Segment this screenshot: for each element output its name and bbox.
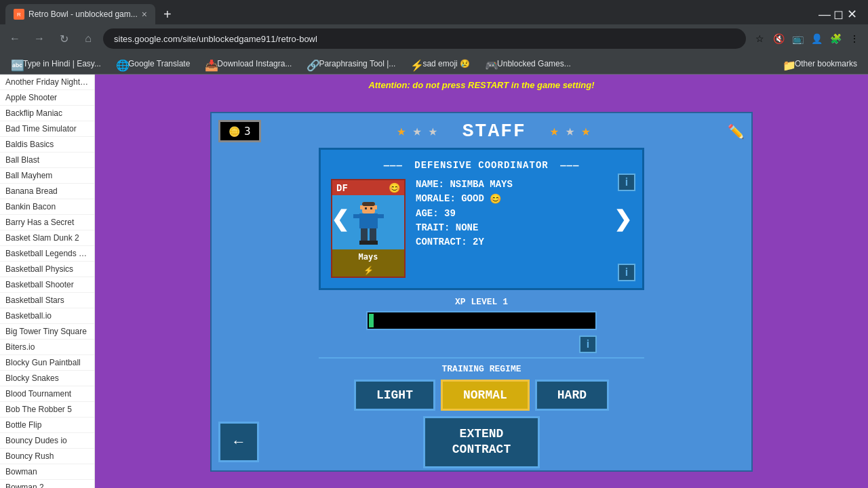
player-star-card: ⚡	[332, 264, 404, 277]
sidebar-item[interactable]: Bad Time Simulator	[0, 121, 94, 137]
game-area: Attention: do not press RESTART in the g…	[95, 75, 868, 488]
xp-bar-container	[366, 311, 597, 330]
cast-icon[interactable]: 📺	[789, 30, 806, 47]
minimize-button[interactable]: —	[819, 9, 830, 20]
new-tab-button[interactable]: +	[158, 5, 177, 24]
bookmark-paraphrase[interactable]: 🔗 Paraphrasing Tool |...	[301, 58, 401, 70]
menu-icon[interactable]: ⋮	[846, 30, 863, 47]
section-title: ——— DEFENSIVE COORDINATOR ———	[331, 160, 632, 171]
forward-nav-button[interactable]: →	[30, 29, 49, 48]
sidebar-item[interactable]: Barry Has a Secret	[0, 215, 94, 230]
svg-rect-3	[374, 205, 377, 209]
sidebar-item[interactable]: Bankin Bacon	[0, 199, 94, 215]
training-normal-button[interactable]: NORMAL	[441, 380, 530, 411]
edit-icon[interactable]: ✏️	[728, 123, 745, 140]
bookmark-unblocked-icon: 🎮	[485, 59, 494, 68]
active-tab[interactable]: R Retro Bowl - unblocked gam... ×	[5, 4, 155, 24]
svg-rect-5	[370, 207, 372, 209]
staff-card: ——— DEFENSIVE COORDINATOR ——— i DF 😊	[319, 148, 644, 290]
sidebar-item[interactable]: Backflip Maniac	[0, 106, 94, 121]
sidebar-item[interactable]: Basketball Stars	[0, 293, 94, 308]
mute-icon[interactable]: 🔇	[770, 30, 787, 47]
bookmark-sad-emoji[interactable]: ⚡ sad emoji 😢	[405, 58, 475, 70]
staff-title-text: STAFF	[462, 121, 526, 142]
bookmarks-bar: 🔤 Type in Hindi | Easy... 🌐 Google Trans…	[0, 53, 868, 75]
svg-rect-1	[362, 202, 375, 206]
window-controls: — ◻ ✕	[819, 9, 863, 20]
svg-rect-4	[365, 207, 367, 209]
training-light-button[interactable]: LIGHT	[354, 380, 435, 411]
sidebar-item[interactable]: Bottle Flip	[0, 418, 94, 433]
bookmark-instagram[interactable]: 📥 Download Instagra...	[199, 58, 297, 70]
star-4-icon: ★	[550, 122, 560, 140]
star-5-icon: ★	[566, 122, 576, 140]
sidebar-item[interactable]: Blood Tournament	[0, 386, 94, 402]
back-button[interactable]: ←	[218, 422, 259, 462]
address-input[interactable]	[103, 28, 746, 49]
svg-rect-12	[368, 241, 378, 245]
star-1-icon: ★	[397, 122, 407, 140]
sidebar-item[interactable]: Apple Shooter	[0, 90, 94, 106]
training-hard-button[interactable]: HARD	[535, 380, 609, 411]
sidebar-item[interactable]: Blocky Snakes	[0, 371, 94, 386]
prev-staff-button[interactable]: ❮	[331, 206, 349, 232]
xp-bar-fill	[369, 314, 374, 327]
extend-contract-button[interactable]: EXTEND CONTRACT	[423, 416, 540, 468]
section-divider-left: ———	[384, 160, 403, 171]
morale-icon: 😊	[490, 194, 501, 205]
svg-rect-11	[359, 241, 369, 245]
bookmark-other[interactable]: 📁 Other bookmarks	[777, 58, 863, 70]
attention-text: Attention: do not press RESTART in the g…	[368, 80, 594, 90]
back-nav-button[interactable]: ←	[5, 29, 24, 48]
sidebar-item[interactable]: Bob The Robber 5	[0, 402, 94, 418]
sidebar-item[interactable]: Basketball Legends 2020	[0, 246, 94, 262]
bookmark-translate-label: Google Translate	[128, 59, 190, 68]
profile-icon[interactable]: 👤	[808, 30, 825, 47]
bookmark-icon[interactable]: ☆	[751, 30, 768, 47]
close-button[interactable]: ✕	[846, 9, 857, 20]
bookmark-translate[interactable]: 🌐 Google Translate	[111, 58, 195, 70]
sidebar-item[interactable]: Blocky Gun Paintball	[0, 355, 94, 371]
training-title: TRAINING REGIME	[319, 364, 644, 374]
extend-line1: EXTEND	[460, 427, 504, 441]
svg-rect-2	[360, 205, 363, 209]
maximize-button[interactable]: ◻	[833, 9, 844, 20]
player-contract-line: CONTRACT: 2Y	[416, 237, 632, 247]
sidebar-item[interactable]: Biters.io	[0, 340, 94, 355]
sidebar-item[interactable]: Bouncy Rush	[0, 449, 94, 464]
sidebar-item[interactable]: Ball Mayhem	[0, 168, 94, 184]
sidebar-item[interactable]: Basketball Physics	[0, 262, 94, 277]
sidebar-item[interactable]: Basketball.io	[0, 308, 94, 324]
info-button-xp[interactable]: i	[579, 336, 597, 353]
sidebar-item[interactable]: Bowman 2	[0, 480, 94, 488]
bookmark-unblocked[interactable]: 🎮 Unblocked Games...	[479, 58, 576, 70]
sidebar-item[interactable]: Baldis Basics	[0, 137, 94, 152]
sidebar-item[interactable]: Another Friday Night mod	[0, 75, 94, 90]
player-name-line: NAME: NSIMBA MAYS	[416, 179, 632, 190]
next-staff-button[interactable]: ❯	[614, 206, 632, 232]
extensions-icon[interactable]: 🧩	[827, 30, 844, 47]
bookmark-hindi-label: Type in Hindi | Easy...	[23, 59, 101, 68]
sidebar-item[interactable]: Bowman	[0, 464, 94, 480]
coin-icon: 🪙	[229, 126, 240, 137]
sidebar-item[interactable]: Basket Slam Dunk 2	[0, 230, 94, 246]
close-tab-button[interactable]: ×	[142, 9, 147, 20]
staff-title: ★ ★ ★ STAFF ★ ★ ★	[397, 121, 591, 142]
svg-rect-8	[378, 214, 384, 218]
star-3-icon: ★	[429, 122, 439, 140]
attention-bar: Attention: do not press RESTART in the g…	[95, 75, 868, 96]
reload-button[interactable]: ↻	[54, 29, 73, 48]
sidebar-item[interactable]: Bouncy Dudes io	[0, 433, 94, 449]
bookmark-hindi[interactable]: 🔤 Type in Hindi | Easy...	[5, 58, 106, 70]
sidebar-item[interactable]: Big Tower Tiny Square	[0, 324, 94, 340]
svg-rect-9	[361, 228, 368, 242]
sidebar-item[interactable]: Banana Bread	[0, 184, 94, 199]
star-6-icon: ★	[581, 122, 591, 140]
home-button[interactable]: ⌂	[79, 29, 98, 48]
info-button-mid[interactable]: i	[618, 264, 635, 281]
sidebar-item[interactable]: Basketball Shooter	[0, 277, 94, 293]
info-button-top[interactable]: i	[618, 174, 635, 191]
coins-value: 3	[244, 125, 251, 138]
sidebar-item[interactable]: Ball Blast	[0, 152, 94, 168]
training-section: TRAINING REGIME LIGHT NORMAL HARD	[319, 357, 644, 411]
